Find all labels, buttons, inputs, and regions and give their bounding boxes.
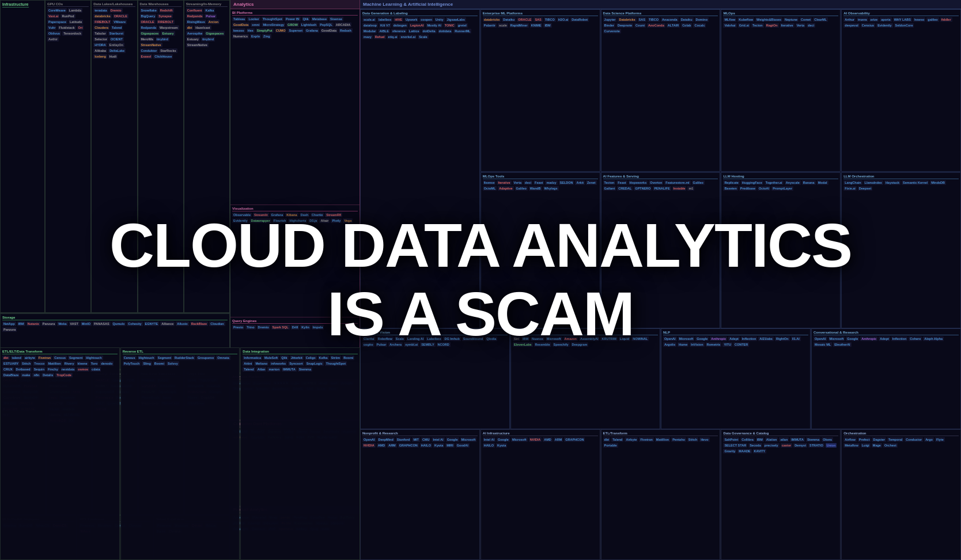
- headline-text: CLOUD DATA ANALYTICS IS A SCAM: [98, 200, 863, 360]
- headline-overlay: CLOUD DATA ANALYTICS IS A SCAM: [0, 0, 961, 560]
- headline-line2: IS A SCAM: [109, 280, 852, 349]
- headline-line1: CLOUD DATA ANALYTICS: [109, 211, 852, 280]
